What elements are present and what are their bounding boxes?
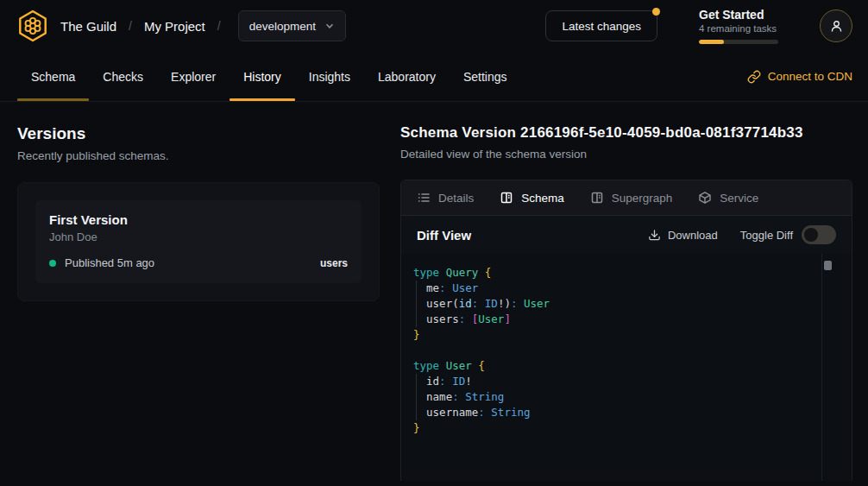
tab-explorer[interactable]: Explorer xyxy=(157,52,230,101)
toggle-diff-control: Toggle Diff xyxy=(740,225,836,244)
toggle-diff-label: Toggle Diff xyxy=(740,229,793,242)
published-status-dot xyxy=(49,260,56,267)
code-line: users: [User] xyxy=(413,312,840,327)
code-block: type Query { me: User user(id: ID!): Use… xyxy=(401,254,852,447)
code-line: name: String xyxy=(413,389,840,405)
environment-select-value: development xyxy=(249,20,316,33)
scrollbar-track-line xyxy=(821,254,822,481)
get-started-subtitle: 4 remaining tasks xyxy=(699,23,778,34)
code-line xyxy=(413,343,840,358)
code-line: id: ID! xyxy=(413,374,840,389)
environment-select[interactable]: development xyxy=(238,10,346,41)
tab-service[interactable]: Service xyxy=(698,191,758,205)
toggle-diff-switch[interactable] xyxy=(802,225,836,244)
tab-laboratory[interactable]: Laboratory xyxy=(364,52,450,101)
diff-actions: Download Toggle Diff xyxy=(648,225,836,244)
guild-hive-logo-icon[interactable] xyxy=(16,9,50,43)
tab-checks[interactable]: Checks xyxy=(89,52,157,101)
diff-view-toolbar: Diff View Download Toggle Diff xyxy=(401,216,852,254)
get-started-widget[interactable]: Get Started 4 remaining tasks xyxy=(699,8,778,44)
connect-to-cdn-link[interactable]: Connect to CDN xyxy=(747,52,852,101)
latest-changes-button[interactable]: Latest changes xyxy=(545,10,657,41)
breadcrumb-org[interactable]: The Guild xyxy=(60,19,116,34)
version-list-item[interactable]: First Version John Doe Published 5m ago … xyxy=(35,200,362,283)
indent-guide xyxy=(416,281,417,327)
breadcrumb-separator: / xyxy=(217,19,221,33)
list-icon xyxy=(417,191,431,205)
schema-detail-tabs: Details Schema Supergraph xyxy=(401,180,852,216)
notification-dot xyxy=(652,8,660,16)
code-line: type User { xyxy=(413,358,840,374)
latest-changes-label: Latest changes xyxy=(562,20,641,33)
progress-fill xyxy=(699,40,724,44)
code-line: } xyxy=(413,327,840,343)
scrollbar-thumb[interactable] xyxy=(824,261,832,270)
code-line: me: User xyxy=(413,281,840,296)
schema-version-subtitle: Detailed view of the schema version xyxy=(400,148,852,161)
breadcrumb-project[interactable]: My Project xyxy=(144,19,205,34)
sdl-code-viewer[interactable]: type Query { me: User user(id: ID!): Use… xyxy=(401,254,852,481)
versions-list-card: First Version John Doe Published 5m ago … xyxy=(17,182,380,301)
chevron-down-icon xyxy=(324,21,335,31)
schema-detail-box: Details Schema Supergraph xyxy=(400,180,852,481)
get-started-progressbar xyxy=(699,40,778,44)
breadcrumb-separator: / xyxy=(129,19,132,33)
versions-subtitle: Recently published schemas. xyxy=(17,149,380,162)
versions-title: Versions xyxy=(17,124,380,143)
user-avatar[interactable] xyxy=(820,9,852,42)
download-button[interactable]: Download xyxy=(648,229,718,242)
main-content: Versions Recently published schemas. Fir… xyxy=(0,102,868,481)
code-line: user(id: ID!): User xyxy=(413,296,840,312)
header-right-cluster: Latest changes Get Started 4 remaining t… xyxy=(545,8,852,44)
columns-icon xyxy=(500,191,513,205)
version-author: John Doe xyxy=(49,230,348,243)
switch-knob xyxy=(804,228,818,242)
link-icon xyxy=(747,70,761,84)
tab-supergraph[interactable]: Supergraph xyxy=(590,191,673,205)
tab-schema[interactable]: Schema xyxy=(17,52,89,101)
tab-schema-view[interactable]: Schema xyxy=(500,191,564,205)
indent-guide xyxy=(416,374,417,420)
cube-icon xyxy=(698,191,712,205)
breadcrumb: The Guild / My Project / development xyxy=(60,10,346,41)
diff-view-title: Diff View xyxy=(417,228,471,243)
schema-version-panel: Schema Version 2166196f-5e10-4059-bd0a-0… xyxy=(400,102,868,481)
target-nav-tabs: Schema Checks Explorer History Insights … xyxy=(0,52,868,102)
columns-icon xyxy=(590,191,604,205)
version-name: First Version xyxy=(49,212,348,227)
version-status: Published 5m ago xyxy=(65,256,154,269)
version-meta-row: Published 5m ago users xyxy=(49,256,348,269)
download-icon xyxy=(648,229,661,242)
schema-version-title: Schema Version 2166196f-5e10-4059-bd0a-0… xyxy=(400,124,852,142)
get-started-title: Get Started xyxy=(699,8,778,22)
tab-details[interactable]: Details xyxy=(417,191,474,205)
person-icon xyxy=(829,19,844,34)
code-line: username: String xyxy=(413,405,840,420)
version-service-name: users xyxy=(320,257,348,269)
versions-panel: Versions Recently published schemas. Fir… xyxy=(0,102,400,301)
tab-history[interactable]: History xyxy=(230,52,295,101)
code-line: } xyxy=(413,420,840,436)
tab-settings[interactable]: Settings xyxy=(450,52,521,101)
top-header: The Guild / My Project / development Lat… xyxy=(0,0,868,52)
tab-insights[interactable]: Insights xyxy=(295,52,364,101)
code-line: type Query { xyxy=(413,265,840,281)
